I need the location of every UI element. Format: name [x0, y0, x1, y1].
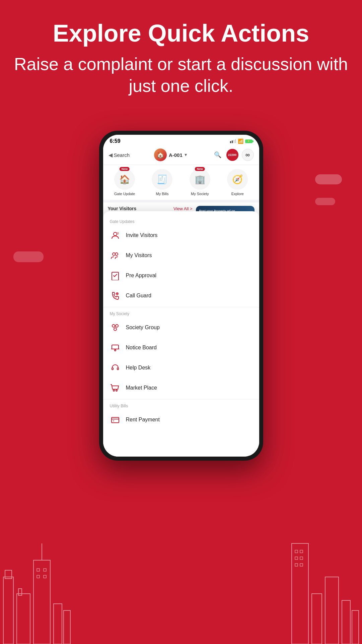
- phone-mockup: 6:59 📶 ⚡ ◀ Search: [99, 131, 263, 461]
- help-desk-icon: [110, 362, 121, 373]
- notification-badge[interactable]: 22200: [226, 149, 238, 161]
- my-visitors-icon: [110, 250, 121, 261]
- svg-rect-10: [54, 604, 62, 644]
- svg-rect-40: [112, 417, 119, 423]
- society-group-label: Society Group: [126, 325, 160, 331]
- pre-approval-icon: [110, 270, 121, 281]
- invite-visitors-icon: [110, 230, 121, 241]
- sheet-gate-updates-header: Gate Updates: [103, 217, 259, 225]
- cloud-decoration-2: [315, 198, 335, 205]
- app-header-right: 🔍 22200 ∞: [212, 149, 254, 161]
- city-left-decoration: [0, 510, 74, 644]
- gate-update-icon: New 🏠: [114, 169, 135, 190]
- city-right-decoration: [288, 510, 362, 644]
- view-all-button[interactable]: View All >: [173, 206, 193, 211]
- status-bar: 6:59 📶 ⚡: [103, 135, 259, 146]
- pre-approval-label: Pre Approval: [126, 273, 157, 279]
- quick-action-my-bills[interactable]: 🧾 My Bills: [152, 169, 172, 196]
- quick-action-explore[interactable]: 🧭 Explore: [227, 169, 248, 196]
- status-icons: 📶 ⚡: [230, 138, 252, 144]
- phone-frame: 6:59 📶 ⚡ ◀ Search: [99, 131, 263, 461]
- coins-icon[interactable]: ∞: [242, 149, 254, 161]
- svg-rect-8: [37, 575, 40, 578]
- svg-rect-16: [300, 557, 303, 560]
- menu-market-place[interactable]: Market Place: [103, 378, 259, 398]
- sheet-utility-bills-header: Utility Bills: [103, 401, 259, 410]
- svg-rect-21: [342, 600, 350, 644]
- svg-rect-22: [352, 610, 359, 644]
- society-group-icon: [110, 322, 121, 333]
- svg-rect-0: [3, 577, 13, 644]
- svg-rect-37: [117, 368, 119, 370]
- cloud-decoration-3: [13, 251, 44, 262]
- call-guard-icon: [110, 290, 121, 301]
- menu-notice-board[interactable]: Notice Board: [103, 338, 259, 358]
- app-header-center: 🏠 A-001 ▼: [154, 149, 188, 161]
- search-back[interactable]: ◀ Search: [108, 152, 130, 158]
- menu-call-guard[interactable]: Call Guard: [103, 286, 259, 306]
- svg-rect-42: [113, 420, 114, 421]
- svg-rect-1: [5, 570, 12, 579]
- notice-board-icon: [110, 342, 121, 353]
- svg-point-31: [112, 325, 115, 327]
- points-label: 22200: [228, 153, 236, 157]
- svg-rect-7: [44, 569, 46, 571]
- quick-actions-row: New 🏠 Gate Update 🧾 My Bills New 🏢 My So…: [103, 165, 259, 200]
- svg-rect-20: [325, 577, 339, 644]
- svg-rect-19: [312, 594, 322, 644]
- cloud-decoration-1: [315, 174, 342, 184]
- svg-rect-18: [300, 564, 303, 566]
- svg-rect-15: [295, 557, 298, 560]
- my-society-label: My Society: [191, 192, 209, 196]
- menu-pre-approval[interactable]: Pre Approval: [103, 266, 259, 286]
- market-place-icon: [110, 383, 121, 393]
- menu-help-desk[interactable]: Help Desk: [103, 358, 259, 378]
- status-time: 6:59: [110, 138, 121, 144]
- my-bills-icon: 🧾: [152, 169, 172, 190]
- explore-icon: 🧭: [227, 169, 248, 190]
- svg-rect-11: [64, 610, 70, 644]
- svg-rect-6: [37, 569, 40, 571]
- svg-rect-14: [300, 550, 303, 553]
- battery-icon: ⚡: [245, 139, 252, 143]
- gate-update-label: Gate Update: [114, 192, 135, 196]
- bottom-sheet: Gate Updates Invite Visitors: [103, 211, 259, 457]
- sheet-divider-2: [103, 399, 259, 400]
- sheet-divider-1: [103, 307, 259, 307]
- svg-point-38: [113, 390, 115, 391]
- menu-society-group[interactable]: Society Group: [103, 317, 259, 338]
- quick-action-gate-update[interactable]: New 🏠 Gate Update: [114, 169, 135, 196]
- svg-point-34: [115, 350, 116, 351]
- svg-point-28: [115, 253, 118, 255]
- menu-rent-payment[interactable]: Rent Payment: [103, 410, 259, 430]
- help-desk-label: Help Desk: [126, 365, 151, 371]
- my-bills-label: My Bills: [156, 192, 169, 196]
- unit-label: A-001: [169, 152, 183, 158]
- my-society-icon: New 🏢: [190, 169, 210, 190]
- quick-action-my-society[interactable]: New 🏢 My Society: [190, 169, 210, 196]
- header-section: Explore Quick Actions Raise a complaint …: [0, 0, 362, 107]
- svg-rect-3: [18, 589, 22, 595]
- search-label: Search: [114, 152, 130, 158]
- call-guard-label: Call Guard: [126, 293, 151, 299]
- signal-icon: [230, 139, 236, 143]
- menu-my-visitors[interactable]: My Visitors: [103, 245, 259, 266]
- sheet-my-society-header: My Society: [103, 309, 259, 317]
- svg-point-32: [116, 325, 118, 327]
- svg-rect-13: [295, 550, 298, 553]
- chevron-down-icon: ▼: [184, 153, 188, 157]
- menu-invite-visitors[interactable]: Invite Visitors: [103, 225, 259, 245]
- explore-label: Explore: [231, 192, 244, 196]
- header-title: Explore Quick Actions: [13, 20, 349, 47]
- notice-board-label: Notice Board: [126, 345, 157, 351]
- svg-rect-36: [112, 368, 113, 370]
- svg-rect-9: [44, 575, 46, 578]
- wifi-icon: 📶: [238, 138, 243, 144]
- header-subtitle: Raise a complaint or start a discussion …: [13, 53, 349, 97]
- avatar: 🏠: [154, 149, 167, 161]
- unit-selector[interactable]: A-001 ▼: [169, 152, 188, 158]
- back-arrow-icon: ◀: [108, 152, 113, 158]
- search-button[interactable]: 🔍: [212, 150, 223, 160]
- svg-point-39: [116, 390, 117, 391]
- rent-payment-label: Rent Payment: [126, 417, 160, 423]
